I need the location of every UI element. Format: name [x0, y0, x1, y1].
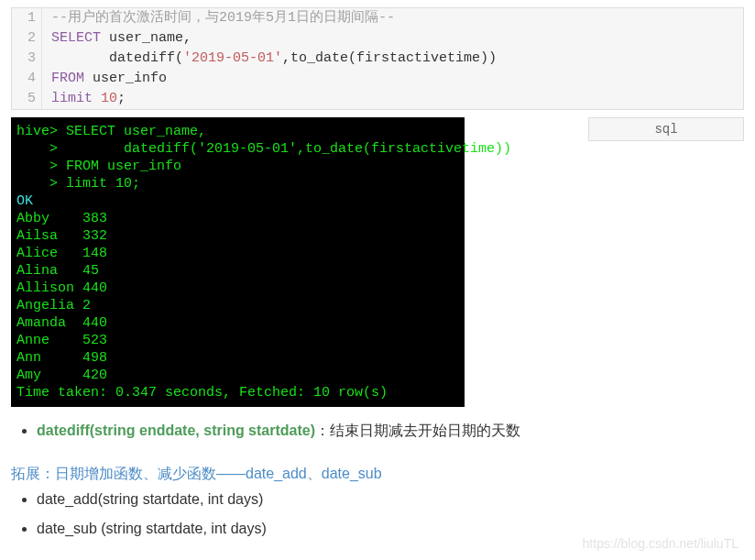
code-line[interactable]: 5limit 10; [12, 89, 743, 109]
line-number: 1 [12, 8, 42, 28]
explain-list: datediff(string enddate, string startdat… [11, 422, 744, 441]
watermark: https://blog.csdn.net/liuluTL [583, 536, 739, 551]
code-content[interactable]: limit 10; [42, 89, 126, 109]
hive-terminal-output: hive> SELECT user_name, > datediff('2019… [11, 117, 465, 407]
datediff-signature: datediff(string enddate, string startdat… [37, 423, 315, 438]
line-number: 3 [12, 49, 42, 69]
code-line[interactable]: 1--用户的首次激活时间，与2019年5月1日的日期间隔-- [12, 8, 743, 28]
sql-code-editor[interactable]: 1--用户的首次激活时间，与2019年5月1日的日期间隔--2SELECT us… [11, 7, 744, 110]
language-badge-sql: sql [588, 117, 744, 141]
code-line[interactable]: 4FROM user_info [12, 69, 743, 89]
line-number: 2 [12, 28, 42, 49]
code-line[interactable]: 3 datediff('2019-05-01',to_date(firstact… [12, 49, 743, 69]
code-content[interactable]: datediff('2019-05-01',to_date(firstactiv… [42, 49, 497, 69]
datediff-explain-text: ：结束日期减去开始日期的天数 [315, 423, 520, 438]
code-line[interactable]: 2SELECT user_name, [12, 28, 743, 49]
line-number: 5 [12, 89, 42, 109]
code-content[interactable]: FROM user_info [42, 69, 167, 89]
code-content[interactable]: SELECT user_name, [42, 28, 191, 49]
code-content[interactable]: --用户的首次激活时间，与2019年5月1日的日期间隔-- [42, 8, 395, 28]
expand-list: date_add(string startdate, int days) dat… [11, 491, 744, 537]
expand-title: 拓展：日期增加函数、减少函数——date_add、date_sub [11, 465, 744, 484]
date-sub-signature: date_sub (string startdate, int days) [37, 521, 744, 537]
date-add-signature: date_add(string startdate, int days) [37, 491, 744, 508]
datediff-explain-item: datediff(string enddate, string startdat… [37, 422, 744, 441]
line-number: 4 [12, 69, 42, 89]
